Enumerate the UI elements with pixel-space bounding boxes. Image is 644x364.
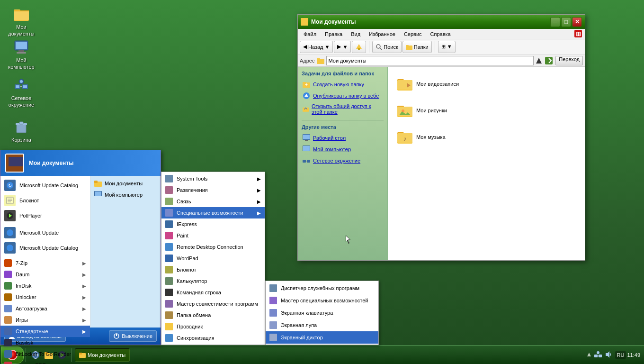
svg-rect-30 bbox=[317, 58, 320, 60]
menu-edit[interactable]: Правка bbox=[321, 30, 346, 38]
access-submenu: Диспетчер служебных программ Мастер спец… bbox=[265, 281, 379, 345]
allprog-basilisk[interactable]: Basilisk bbox=[0, 337, 90, 348]
folder-music[interactable]: ♪ Моя музыка bbox=[395, 127, 577, 146]
right-mydocs[interactable]: Мои документы bbox=[90, 178, 161, 189]
menu-help[interactable]: Справка bbox=[427, 30, 455, 38]
pinned-notepad[interactable]: Блокнот bbox=[0, 193, 90, 208]
allprog-daum[interactable]: Daum ▶ bbox=[0, 269, 90, 280]
std-notepad[interactable]: Блокнот bbox=[161, 264, 265, 275]
std-compat-wizard[interactable]: Мастер совместимости программ bbox=[161, 298, 265, 309]
window-titlebar: Мои документы ─ □ ✕ bbox=[298, 15, 585, 29]
svg-rect-11 bbox=[23, 85, 27, 88]
desktop-icon-recycle[interactable]: Корзина bbox=[5, 118, 38, 145]
window-title-icon bbox=[301, 18, 308, 26]
svg-rect-24 bbox=[358, 48, 360, 50]
menu-file[interactable]: Файл bbox=[300, 30, 320, 38]
access-keyboard[interactable]: Экранная клавиатура bbox=[266, 307, 378, 319]
svg-rect-10 bbox=[16, 85, 19, 88]
recent-update-catalog[interactable]: Microsoft Update Catalog bbox=[0, 240, 90, 255]
std-paint[interactable]: Paint bbox=[161, 230, 265, 241]
pinned-update-catalog[interactable]: ↻ Microsoft Update Catalog bbox=[0, 178, 90, 193]
std-communications[interactable]: Связь ▶ bbox=[161, 196, 265, 207]
menu-favorites[interactable]: Избранное bbox=[365, 30, 399, 38]
address-input[interactable] bbox=[326, 56, 534, 65]
std-sync[interactable]: Синхронизация bbox=[161, 332, 265, 344]
tray-network-icon[interactable] bbox=[594, 351, 602, 359]
tray-volume-icon[interactable] bbox=[605, 351, 612, 359]
allprog-unlocker[interactable]: Unlocker ▶ bbox=[0, 291, 90, 303]
folder-icon bbox=[14, 7, 29, 22]
sidebar-create-folder[interactable]: + Создать новую папку bbox=[302, 79, 384, 90]
folders-button[interactable]: Папки bbox=[402, 41, 432, 53]
tray-clock-area[interactable]: RU 11:49 bbox=[615, 351, 640, 359]
svg-rect-5 bbox=[16, 42, 27, 49]
window-controls: ─ □ ✕ bbox=[550, 17, 582, 27]
std-entertainment[interactable]: Развлечения ▶ bbox=[161, 184, 265, 196]
std-calc[interactable]: Калькулятор bbox=[161, 275, 265, 287]
back-button[interactable]: ◀Назад▼ bbox=[300, 41, 333, 53]
folder-videos[interactable]: Мои видеозаписи bbox=[395, 74, 577, 93]
views-button[interactable]: ⊞ ▼ bbox=[438, 41, 456, 53]
desktop-icon-my-documents[interactable]: Мои документы bbox=[5, 5, 38, 39]
menu-view[interactable]: Вид bbox=[347, 30, 364, 38]
svg-rect-2 bbox=[14, 10, 29, 20]
allprog-imdisk[interactable]: ImDisk ▶ bbox=[0, 280, 90, 291]
svg-marker-31 bbox=[536, 58, 542, 64]
address-label: Адрес bbox=[300, 58, 315, 64]
allprog-sumatra[interactable]: SumatraPDF bbox=[0, 360, 90, 364]
allprog-standard[interactable]: Стандартные ▶ bbox=[0, 326, 90, 337]
network-icon bbox=[14, 78, 29, 93]
svg-rect-17 bbox=[19, 122, 23, 124]
sidebar-mycomp[interactable]: Мой компьютер bbox=[302, 144, 384, 155]
access-magnifier[interactable]: Экранная лупа bbox=[266, 319, 378, 331]
desktop-icon-network[interactable]: Сетевоеокружение bbox=[5, 76, 38, 110]
maximize-button[interactable]: □ bbox=[561, 17, 571, 27]
std-rdp[interactable]: Remote Desktop Connection bbox=[161, 241, 265, 253]
shutdown-button[interactable]: Выключение bbox=[109, 330, 157, 342]
svg-point-14 bbox=[20, 80, 23, 83]
tray-expand[interactable] bbox=[587, 352, 591, 358]
sidebar-publish[interactable]: Опубликовать папку в вебе bbox=[302, 91, 384, 101]
forward-button[interactable]: ▶▼ bbox=[334, 41, 351, 53]
svg-rect-88 bbox=[594, 355, 598, 357]
std-cmd[interactable]: Командная строка bbox=[161, 287, 265, 298]
desktop-icon-label: Мои документы bbox=[7, 24, 36, 37]
menu-service[interactable]: Сервис bbox=[400, 30, 426, 38]
my-documents-window: Мои документы ─ □ ✕ Файл Правка Вид Избр… bbox=[297, 14, 585, 261]
std-explorer[interactable]: Проводник bbox=[161, 321, 265, 332]
allprog-7zip[interactable]: 7-Zip ▶ bbox=[0, 257, 90, 269]
system-tray: RU 11:49 bbox=[583, 351, 644, 359]
access-narrator[interactable]: Экранный диктор bbox=[266, 331, 378, 344]
allprog-bitlocker[interactable]: BitLocker To Go Reader bbox=[0, 348, 90, 360]
pinned-potplayer[interactable]: PotPlayer bbox=[0, 208, 90, 223]
access-manager[interactable]: Диспетчер служебных программ bbox=[266, 282, 378, 294]
close-button[interactable]: ✕ bbox=[572, 17, 582, 27]
std-iexpress[interactable]: IExpress bbox=[161, 218, 265, 230]
right-mycomp[interactable]: Мой компьютер bbox=[90, 189, 161, 200]
go-button[interactable]: Переход bbox=[555, 56, 583, 65]
folder-label: Мои рисунки bbox=[416, 108, 447, 113]
tray-clock: 11:49 bbox=[627, 352, 640, 358]
window-addressbar: Адрес Переход bbox=[298, 55, 585, 67]
svg-rect-48 bbox=[397, 80, 412, 90]
access-wizard[interactable]: Мастер специальных возможностей bbox=[266, 294, 378, 307]
window-main: Мои видеозаписи Мои рисунки bbox=[388, 67, 585, 260]
recent-update[interactable]: Microsoft Update bbox=[0, 225, 90, 240]
sidebar-desktop[interactable]: Рабочий стол bbox=[302, 133, 384, 143]
svg-rect-89 bbox=[599, 355, 602, 357]
std-system-tools[interactable]: System Tools ▶ bbox=[161, 173, 265, 184]
sidebar-network[interactable]: Сетевое окружение bbox=[302, 155, 384, 166]
window-title: Мои документы bbox=[311, 18, 547, 25]
desktop: Мои документы Мойкомпьютер Сете bbox=[0, 0, 644, 364]
allprog-autorun[interactable]: Автозагрузка ▶ bbox=[0, 303, 90, 314]
search-button[interactable]: Поиск bbox=[372, 41, 401, 53]
desktop-icon-my-computer[interactable]: Мойкомпьютер bbox=[5, 38, 38, 73]
std-wordpad[interactable]: WordPad bbox=[161, 253, 265, 264]
allprog-games[interactable]: Игры ▶ bbox=[0, 314, 90, 326]
std-accessibility[interactable]: Специальные возможности ▶ bbox=[161, 207, 265, 218]
minimize-button[interactable]: ─ bbox=[550, 17, 560, 27]
std-clipboard[interactable]: Папка обмена bbox=[161, 309, 265, 321]
sidebar-share[interactable]: Открыть общий доступ к этой папке bbox=[302, 102, 384, 116]
folder-pictures[interactable]: Мои рисунки bbox=[395, 101, 577, 120]
up-button[interactable] bbox=[352, 41, 366, 53]
